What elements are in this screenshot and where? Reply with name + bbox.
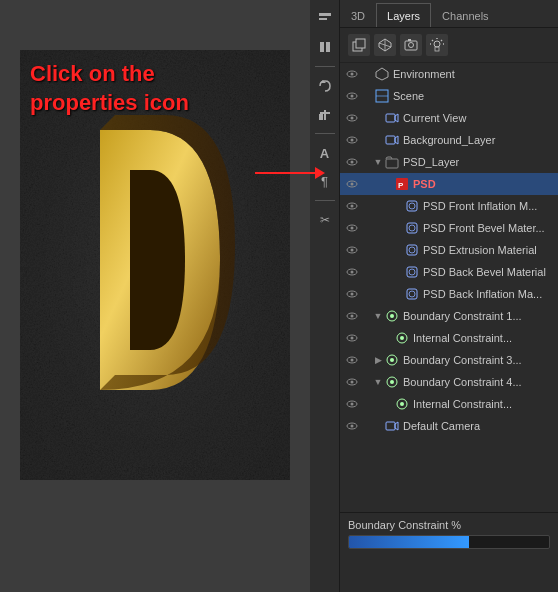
- layer-row[interactable]: Internal Constraint...: [340, 327, 558, 349]
- svg-point-69: [390, 314, 394, 318]
- svg-line-21: [432, 40, 433, 41]
- tool-scissors[interactable]: ✂: [314, 209, 336, 231]
- layer-type-icon: P: [394, 176, 410, 192]
- expand-icon[interactable]: [392, 266, 404, 278]
- layer-row[interactable]: PPSD: [340, 173, 558, 195]
- expand-icon[interactable]: [372, 112, 384, 124]
- eye-visibility-icon[interactable]: [344, 220, 360, 236]
- layer-row[interactable]: Internal Constraint...: [340, 393, 558, 415]
- arrow: [255, 167, 325, 179]
- layer-type-icon: [384, 132, 400, 148]
- icon-camera[interactable]: [400, 34, 422, 56]
- svg-rect-64: [407, 289, 417, 299]
- toolbar-separator-1: [315, 66, 335, 67]
- layer-name: Internal Constraint...: [413, 398, 554, 410]
- expand-icon[interactable]: [392, 288, 404, 300]
- layer-row[interactable]: PSD Extrusion Material: [340, 239, 558, 261]
- expand-icon[interactable]: ▼: [372, 310, 384, 322]
- tool-rotate[interactable]: [314, 75, 336, 97]
- svg-rect-33: [386, 114, 395, 122]
- expand-icon[interactable]: [362, 68, 374, 80]
- svg-point-43: [351, 183, 354, 186]
- eye-visibility-icon[interactable]: [344, 88, 360, 104]
- layer-type-icon: [384, 374, 400, 390]
- layer-name: Current View: [403, 112, 554, 124]
- svg-marker-89: [395, 422, 398, 430]
- expand-icon[interactable]: [392, 200, 404, 212]
- tool-select[interactable]: [314, 8, 336, 30]
- layer-type-icon: [384, 352, 400, 368]
- eye-visibility-icon[interactable]: [344, 374, 360, 390]
- canvas-area: Click on the properties icon: [0, 0, 310, 592]
- tab-channels[interactable]: Channels: [431, 3, 499, 27]
- eye-visibility-icon[interactable]: [344, 110, 360, 126]
- layer-row[interactable]: Scene: [340, 85, 558, 107]
- icon-light[interactable]: [426, 34, 448, 56]
- expand-icon[interactable]: ▼: [372, 156, 384, 168]
- layer-row[interactable]: Default Camera: [340, 415, 558, 437]
- svg-marker-26: [376, 68, 388, 80]
- layer-type-icon: [384, 154, 400, 170]
- svg-point-47: [351, 205, 354, 208]
- layer-row[interactable]: Current View: [340, 107, 558, 129]
- svg-rect-48: [407, 201, 417, 211]
- layer-name: PSD_Layer: [403, 156, 554, 168]
- svg-point-71: [351, 337, 354, 340]
- layer-type-icon: [404, 264, 420, 280]
- expand-icon[interactable]: ▼: [372, 376, 384, 388]
- eye-visibility-icon[interactable]: [344, 264, 360, 280]
- expand-icon[interactable]: [362, 90, 374, 102]
- layer-row[interactable]: Background_Layer: [340, 129, 558, 151]
- layer-type-icon: [394, 396, 410, 412]
- expand-icon[interactable]: [392, 222, 404, 234]
- eye-visibility-icon[interactable]: [344, 176, 360, 192]
- tool-pan[interactable]: [314, 103, 336, 125]
- eye-visibility-icon[interactable]: [344, 198, 360, 214]
- layer-row[interactable]: PSD Front Inflation M...: [340, 195, 558, 217]
- expand-icon[interactable]: [392, 244, 404, 256]
- eye-visibility-icon[interactable]: [344, 154, 360, 170]
- svg-point-15: [409, 43, 414, 48]
- expand-icon[interactable]: ▶: [372, 354, 384, 366]
- bottom-panel: Boundary Constraint %: [340, 512, 558, 592]
- expand-icon[interactable]: [372, 134, 384, 146]
- layer-row[interactable]: ▶Boundary Constraint 3...: [340, 349, 558, 371]
- layer-row[interactable]: PSD Back Bevel Material: [340, 261, 558, 283]
- layer-name: PSD Front Inflation M...: [423, 200, 554, 212]
- layer-row[interactable]: PSD Front Bevel Mater...: [340, 217, 558, 239]
- layer-type-icon: [384, 308, 400, 324]
- eye-visibility-icon[interactable]: [344, 396, 360, 412]
- layer-row[interactable]: PSD Back Inflation Ma...: [340, 283, 558, 305]
- tab-layers[interactable]: Layers: [376, 3, 431, 27]
- eye-visibility-icon[interactable]: [344, 66, 360, 82]
- eye-visibility-icon[interactable]: [344, 286, 360, 302]
- eye-visibility-icon[interactable]: [344, 242, 360, 258]
- icon-3d-object[interactable]: [374, 34, 396, 56]
- expand-icon[interactable]: [382, 398, 394, 410]
- tool-text[interactable]: A: [314, 142, 336, 164]
- progress-bar-container: [348, 535, 550, 549]
- eye-visibility-icon[interactable]: [344, 132, 360, 148]
- svg-rect-8: [324, 110, 326, 120]
- expand-icon[interactable]: [382, 178, 394, 190]
- svg-point-40: [351, 161, 354, 164]
- layer-row[interactable]: Environment: [340, 63, 558, 85]
- svg-point-61: [409, 269, 415, 275]
- layer-row[interactable]: ▼Boundary Constraint 1...: [340, 305, 558, 327]
- icon-new-layer[interactable]: [348, 34, 370, 56]
- layer-name: PSD Extrusion Material: [423, 244, 554, 256]
- layers-list: EnvironmentSceneCurrent ViewBackground_L…: [340, 63, 558, 512]
- expand-icon[interactable]: [382, 332, 394, 344]
- tool-move[interactable]: [314, 36, 336, 58]
- eye-visibility-icon[interactable]: [344, 418, 360, 434]
- tab-3d[interactable]: 3D: [340, 3, 376, 27]
- layer-row[interactable]: ▼PSD_Layer: [340, 151, 558, 173]
- eye-visibility-icon[interactable]: [344, 352, 360, 368]
- eye-visibility-icon[interactable]: [344, 308, 360, 324]
- layer-name: PSD Back Inflation Ma...: [423, 288, 554, 300]
- layer-row[interactable]: ▼Boundary Constraint 4...: [340, 371, 558, 393]
- layer-name: Boundary Constraint 1...: [403, 310, 554, 322]
- eye-visibility-icon[interactable]: [344, 330, 360, 346]
- svg-point-51: [351, 227, 354, 230]
- expand-icon[interactable]: [372, 420, 384, 432]
